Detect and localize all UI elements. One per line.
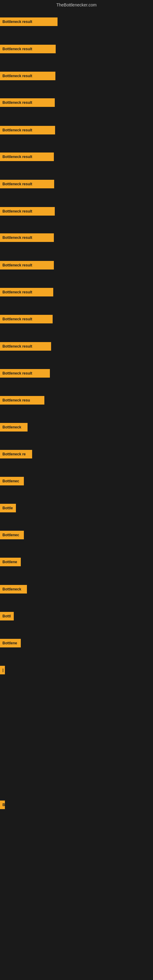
site-header: TheBottlenecker.com: [0, 0, 153, 9]
site-title: TheBottlenecker.com: [56, 2, 97, 7]
bottleneck-result-item: Bottlene: [0, 558, 21, 566]
bottleneck-result-item: Bottleneck result: [0, 288, 53, 296]
bottleneck-result-item: Bottleneck result: [0, 72, 56, 80]
bottleneck-result-item: Bottlenec: [0, 477, 24, 485]
bottleneck-result-item: Bottleneck resu: [0, 396, 45, 404]
bottleneck-result-item: Bottleneck result: [0, 233, 54, 242]
bottleneck-result-item: Bottleneck result: [0, 18, 57, 26]
bottleneck-result-item: Bottleneck result: [0, 342, 51, 351]
bottleneck-result-item: Bottleneck result: [0, 45, 56, 53]
bottleneck-result-item: Bottleneck result: [0, 315, 53, 323]
bottleneck-result-item: Bottleneck result: [0, 126, 55, 134]
bottleneck-result-item: B: [0, 800, 5, 809]
bottleneck-result-item: Bottleneck re: [0, 450, 32, 458]
bottleneck-result-item: Bottleneck result: [0, 153, 54, 161]
bottleneck-result-item: |: [0, 666, 5, 675]
bottleneck-result-item: Bottleneck: [0, 585, 27, 593]
bottleneck-result-item: Bottl: [0, 612, 14, 620]
bottleneck-result-item: Bottleneck result: [0, 180, 54, 188]
bottleneck-result-item: Bottleneck result: [0, 261, 54, 269]
bottleneck-result-item: Bottleneck result: [0, 369, 50, 378]
bottleneck-result-item: Bottle: [0, 504, 16, 512]
bottleneck-result-item: Bottleneck: [0, 423, 27, 431]
bottleneck-result-item: Bottleneck result: [0, 207, 55, 216]
bottleneck-result-item: Bottlenec: [0, 531, 24, 539]
bottleneck-result-item: Bottleneck result: [0, 98, 55, 107]
bottleneck-result-item: Bottlene: [0, 639, 21, 648]
